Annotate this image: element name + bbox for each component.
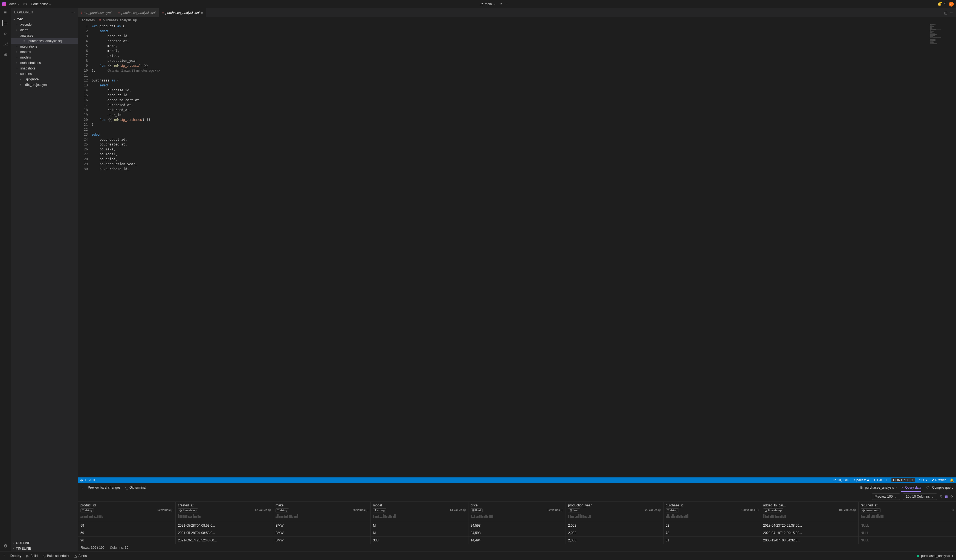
column-header[interactable]: purchase_idT string100 values ⓘ	[663, 502, 761, 522]
build-scheduler-button[interactable]: ◷Build scheduler	[43, 554, 69, 558]
column-header[interactable]: returned_at◷ timestamp ⓘ	[859, 502, 956, 522]
rows-label: Rows:	[81, 546, 90, 550]
tree-item[interactable]: ›alerts	[11, 27, 78, 33]
status-errors[interactable]: ⊘ 0	[80, 478, 86, 482]
column-header[interactable]: added_to_car...◷ timestamp100 values ⓘ	[761, 502, 859, 522]
table-row[interactable]: 962021-09-17T20:52:48.00...BMW33014,4942…	[78, 537, 956, 544]
explorer-panel: EXPLORER ⋯ ⌄Y42 ›.vscode›alerts⌄analyses…	[11, 8, 78, 551]
tree-item[interactable]: ›snapshots	[11, 66, 78, 71]
timeline-section[interactable]: ›TIMELINE	[11, 546, 78, 551]
tree-item[interactable]: ›macros	[11, 49, 78, 55]
column-header[interactable]: product_idT string62 values ⓘ	[78, 502, 176, 522]
column-header[interactable]: modelT string61 values ⓘ	[371, 502, 468, 522]
tree-item[interactable]: ›orchestrations	[11, 60, 78, 66]
play-icon: ▷	[901, 486, 904, 489]
data-grid[interactable]: product_idT string62 values ⓘcreated_at◷…	[78, 502, 956, 544]
indent-setting[interactable]: Spaces: 4	[854, 478, 869, 482]
line-gutter: 1234567891011121314151617181920212223242…	[78, 23, 92, 477]
column-header[interactable]: price⊡ float62 values ⓘ	[468, 502, 566, 522]
encoding[interactable]: UTF-8	[873, 478, 882, 482]
table-row[interactable]: 592021-05-28T04:08:53.0...BMWM24,5982,00…	[78, 522, 956, 529]
editor-tab[interactable]: !mrt_purchases.yml	[78, 8, 115, 17]
notifications-icon[interactable]: 🔔	[937, 2, 942, 6]
branch-icon: ⎇	[480, 2, 483, 6]
grid-toggle-icon[interactable]: ⊞	[945, 495, 948, 499]
git-terminal-tab[interactable]: ›_Git terminal	[125, 486, 146, 489]
table-row[interactable]: 592021-05-28T04:08:53.0...BMWM24,5982,00…	[78, 529, 956, 537]
branch-selector[interactable]: ⎇ main ⌄	[480, 2, 496, 6]
tree-item[interactable]: ≡purchases_analysis.sql	[11, 38, 78, 44]
grid-footer: Rows: 100 / 100 Columns: 10	[78, 544, 956, 551]
prettier-status[interactable]: ✓ Prettier	[932, 478, 946, 482]
table-cell: 2018-04-23T20:51:38.00...	[761, 522, 859, 529]
tree-root[interactable]: ⌄Y42	[11, 16, 78, 22]
explorer-more-icon[interactable]: ⋯	[71, 10, 75, 14]
editor-tab[interactable]: ≡purchases_analysis.sql	[115, 8, 159, 17]
compile-query-tab[interactable]: </>Compile query	[926, 486, 953, 489]
refresh-icon[interactable]: ⟳	[500, 2, 502, 6]
table-cell: NULL	[859, 529, 956, 537]
bell-icon[interactable]: 🔔	[950, 478, 954, 482]
status-warnings[interactable]: ⚠ 0	[89, 478, 95, 482]
bottom-file-label[interactable]: purchases_analysis	[921, 554, 950, 558]
collapse-preview-icon[interactable]: ⌄	[81, 486, 83, 489]
more-icon[interactable]: ⋯	[506, 2, 509, 6]
extensions-icon[interactable]: ⊞	[3, 52, 8, 57]
preview-file[interactable]: 🗎purchases_analysis›	[860, 486, 896, 489]
code-editor-dropdown[interactable]: Code editor⌄	[31, 2, 51, 6]
app-logo	[2, 2, 6, 6]
play-icon: ▷	[26, 554, 29, 558]
alerts-button[interactable]: △Alerts	[74, 554, 87, 558]
filter-icon[interactable]: ▽	[940, 495, 942, 499]
breadcrumb[interactable]: analyses› ≡purchases_analysis.sql	[78, 17, 956, 23]
bottom-chevron[interactable]: ›	[952, 554, 953, 558]
search-icon[interactable]: ⌕	[3, 31, 8, 36]
explorer-icon[interactable]: ▭	[2, 20, 8, 26]
layout[interactable]: t: U.S.	[919, 478, 928, 482]
bottom-bar: ⌃ Deploy ▷Build ◷Build scheduler △Alerts…	[0, 551, 956, 560]
split-editor-icon[interactable]: ◫	[944, 11, 947, 15]
menu-icon[interactable]: ≡	[3, 10, 8, 15]
settings-icon[interactable]: ⚙	[3, 543, 8, 549]
tree-item[interactable]: !dbt_project.yml	[11, 82, 78, 88]
table-cell: 330	[371, 537, 468, 544]
table-cell: 2,006	[566, 537, 663, 544]
editor-area: !mrt_purchases.yml≡purchases_analysis.sq…	[78, 8, 956, 551]
query-data-tab[interactable]: ▷Query data	[901, 486, 921, 492]
explorer-title: EXPLORER	[14, 10, 33, 14]
table-cell: NULL	[859, 522, 956, 529]
deploy-button[interactable]: Deploy	[10, 554, 21, 558]
tree-item[interactable]: ›models	[11, 55, 78, 60]
tab-more-icon[interactable]: ⋯	[950, 11, 953, 15]
status-dot	[917, 555, 919, 557]
column-header[interactable]: created_at◷ timestamp62 values ⓘ	[176, 502, 273, 522]
help-icon[interactable]: ?	[944, 2, 946, 6]
table-cell: 2,002	[566, 529, 663, 537]
tree-item[interactable]: ◦.gitignore	[11, 77, 78, 82]
build-button[interactable]: ▷Build	[26, 554, 38, 558]
preview-local-tab[interactable]: Preview local changes	[88, 486, 120, 489]
outline-section[interactable]: ›OUTLINE	[11, 540, 78, 546]
cursor-position[interactable]: Ln 10, Col 3	[833, 478, 851, 482]
expand-bottom-icon[interactable]: ⌃	[3, 554, 5, 558]
user-avatar[interactable]: oz	[949, 2, 954, 6]
editor-tab[interactable]: ≡purchases_analysis.sql×	[159, 8, 206, 17]
preview-limit-dropdown[interactable]: Preview 100⌄	[872, 493, 900, 500]
eol[interactable]: L	[886, 478, 888, 482]
minimap[interactable]: ████ ████████ ██ ██████ ██████████ █████…	[929, 23, 956, 477]
source-control-icon[interactable]: ⎇	[3, 41, 8, 47]
column-header[interactable]: makeT string28 values ⓘ	[273, 502, 371, 522]
refresh-grid-icon[interactable]: ⟳	[951, 495, 953, 499]
tree-item[interactable]: ›integrations	[11, 44, 78, 49]
tree-item[interactable]: ›.vscode	[11, 22, 78, 27]
code-editor-body[interactable]: with products as ( select product_id, cr…	[92, 23, 929, 477]
docs-dropdown[interactable]: docs⌄	[9, 2, 19, 6]
tree-item[interactable]: ⌄analyses	[11, 33, 78, 38]
rows-value: 100 / 100	[91, 546, 105, 550]
file-tree: ⌄Y42 ›.vscode›alerts⌄analyses≡purchases_…	[11, 16, 78, 540]
column-header[interactable]: production_year⊡ float25 values ⓘ	[566, 502, 663, 522]
columns-dropdown[interactable]: 10 / 10 Columns⌄	[903, 493, 937, 500]
editor-tabs: !mrt_purchases.yml≡purchases_analysis.sq…	[78, 8, 956, 17]
close-tab-icon[interactable]: ×	[201, 11, 203, 14]
tree-item[interactable]: ›sources	[11, 71, 78, 77]
